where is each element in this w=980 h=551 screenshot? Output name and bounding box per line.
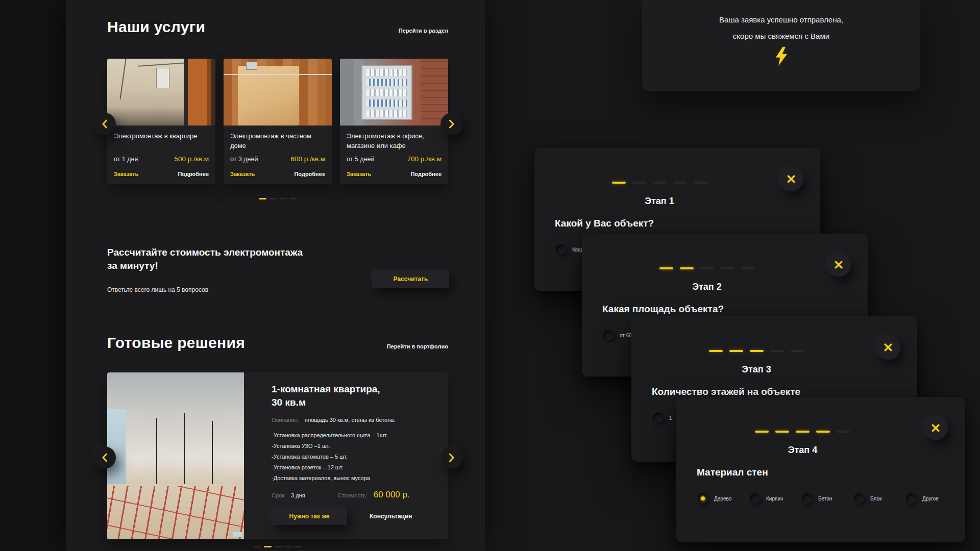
service-title: Электромонтаж в частном доме <box>230 132 325 152</box>
radio-circle-icon[interactable] <box>854 493 864 504</box>
step-title: Этап 2 <box>582 282 832 292</box>
order-button[interactable]: Заказать <box>114 171 138 177</box>
pagination-dash[interactable] <box>289 198 297 199</box>
calculator-heading: Рассчитайте стоимость электромонтажа за … <box>107 246 448 272</box>
progress-bar <box>582 267 832 269</box>
progress-segment <box>694 182 707 184</box>
pagination-dash[interactable] <box>284 546 292 547</box>
list-item: -Установка УЗО –1 шт. <box>272 441 434 452</box>
calculator-section: Рассчитайте стоимость электромонтажа за … <box>107 246 448 293</box>
pagination-dash[interactable] <box>279 198 287 199</box>
renovated-apartment-photo <box>107 372 244 539</box>
portfolio-header: Готовые решения Перейти в портфолио <box>107 334 448 352</box>
close-icon: ✕ <box>786 173 797 186</box>
radio-circle-icon[interactable] <box>653 413 663 423</box>
portfolio-work-list: -Установка распределительного щита – 1шт… <box>272 430 434 484</box>
radio-label: Бетон <box>818 496 832 502</box>
portfolio-heading: Готовые решения <box>107 334 245 352</box>
radio-circle-icon[interactable] <box>906 493 916 504</box>
radio-circle-icon[interactable] <box>698 493 708 504</box>
calculate-button[interactable]: Рассчитать <box>372 270 449 288</box>
radio-label: Дерево <box>714 496 731 502</box>
list-item: -Установка автоматов – 5 шт. <box>272 452 434 462</box>
radio-option-wood[interactable]: Дерево <box>698 493 750 504</box>
question-text: Какая площадь объекта? <box>602 304 868 315</box>
progress-bar <box>676 431 929 433</box>
close-icon: ✕ <box>834 259 844 271</box>
apartment-wiring-photo <box>107 59 215 126</box>
consultation-button[interactable]: Консультация <box>370 513 412 520</box>
progress-segment <box>796 431 810 433</box>
details-button[interactable]: Подробнее <box>410 171 442 177</box>
service-card: Электромонтаж в частном доме от 3 дней 6… <box>224 59 332 184</box>
house-wiring-photo <box>224 59 332 126</box>
pagination-dash[interactable] <box>269 198 277 199</box>
service-card: Электромонтаж в офисе, магазине или кафе… <box>340 59 448 184</box>
chevron-right-icon <box>449 119 455 129</box>
portfolio-prev-button[interactable] <box>93 446 116 469</box>
service-price: 600 р./кв.м <box>291 155 325 163</box>
step-title: Этап 4 <box>676 445 929 456</box>
pagination-dash[interactable] <box>259 198 266 199</box>
close-button[interactable]: ✕ <box>876 335 900 360</box>
services-heading: Наши услуги <box>107 18 205 36</box>
progress-segment <box>659 267 673 269</box>
quiz-modal-step-4: Этап 4 Материал стен Дерево Кирпич Бетон… <box>676 397 965 542</box>
close-icon: ✕ <box>883 341 894 354</box>
chevron-right-icon <box>449 453 455 462</box>
question-text: Материал стен <box>697 467 965 478</box>
order-button[interactable]: Заказать <box>347 171 371 177</box>
progress-segment <box>612 182 626 184</box>
radio-circle-icon[interactable] <box>802 493 812 504</box>
pagination-dash[interactable] <box>295 546 302 547</box>
pagination-dash[interactable] <box>274 546 282 547</box>
services-pagination[interactable] <box>107 198 448 199</box>
step-title: Этап 1 <box>534 196 785 207</box>
main-content-panel: Наши услуги Перейти в раздел Электромонт… <box>66 0 485 551</box>
need-same-button[interactable]: Нужно так же <box>272 507 347 525</box>
portfolio-section-link[interactable]: Перейти в портфолио <box>387 343 448 352</box>
details-button[interactable]: Подробнее <box>294 171 325 177</box>
details-button[interactable]: Подробнее <box>178 171 209 177</box>
step-title: Этап 3 <box>631 364 881 375</box>
radio-circle-icon[interactable] <box>603 330 614 340</box>
portfolio-next-button[interactable] <box>440 446 463 469</box>
term-label: Срок: <box>272 492 286 498</box>
pagination-dash[interactable] <box>264 546 272 547</box>
page: Наши услуги Перейти в раздел Электромонт… <box>0 0 980 551</box>
radio-circle-icon[interactable] <box>750 493 760 504</box>
radio-option-brick[interactable]: Кирпич <box>750 493 802 504</box>
chevron-left-icon <box>102 119 108 129</box>
services-prev-button[interactable] <box>93 113 116 135</box>
radio-option-concrete[interactable]: Бетон <box>802 493 854 504</box>
radio-label: Кирпич <box>766 496 783 502</box>
question-text: Количество этажей на объекте <box>652 386 917 397</box>
list-item: -Установка розеток – 12 шт. <box>272 462 434 473</box>
progress-segment <box>750 350 764 352</box>
portfolio-meta: Срок: 3 дня Стоимость: 60 000 р. <box>272 490 434 500</box>
radio-circle-icon[interactable] <box>556 244 566 255</box>
term-value: 3 дня <box>291 492 305 498</box>
pagination-dash[interactable] <box>254 546 261 547</box>
progress-segment <box>775 431 789 433</box>
radio-option-other[interactable]: Другое <box>906 493 958 504</box>
progress-bar <box>534 182 785 184</box>
progress-segment <box>721 267 734 269</box>
service-duration: от 5 дней <box>347 156 374 163</box>
notification-text-line2: скоро мы свяжемся с Вами <box>642 32 920 40</box>
order-button[interactable]: Заказать <box>230 171 255 177</box>
close-button[interactable]: ✕ <box>826 253 851 277</box>
services-section-link[interactable]: Перейти в раздел <box>399 28 448 36</box>
services-next-button[interactable] <box>440 113 463 135</box>
progress-segment <box>755 431 769 433</box>
portfolio-card: 1-комнатная квартира, 30 кв.м Описание: … <box>107 372 448 539</box>
service-duration: от 1 дня <box>114 156 138 163</box>
radio-option-block[interactable]: Блок <box>854 493 906 504</box>
progress-segment <box>770 350 784 352</box>
radio-label: 1 <box>669 415 672 421</box>
close-button[interactable]: ✕ <box>923 416 948 440</box>
close-button[interactable]: ✕ <box>779 167 803 191</box>
radio-label: Другое <box>922 496 939 502</box>
portfolio-pagination[interactable] <box>107 546 448 547</box>
list-item: -Доставка материалов, вынос мусора <box>272 473 434 484</box>
